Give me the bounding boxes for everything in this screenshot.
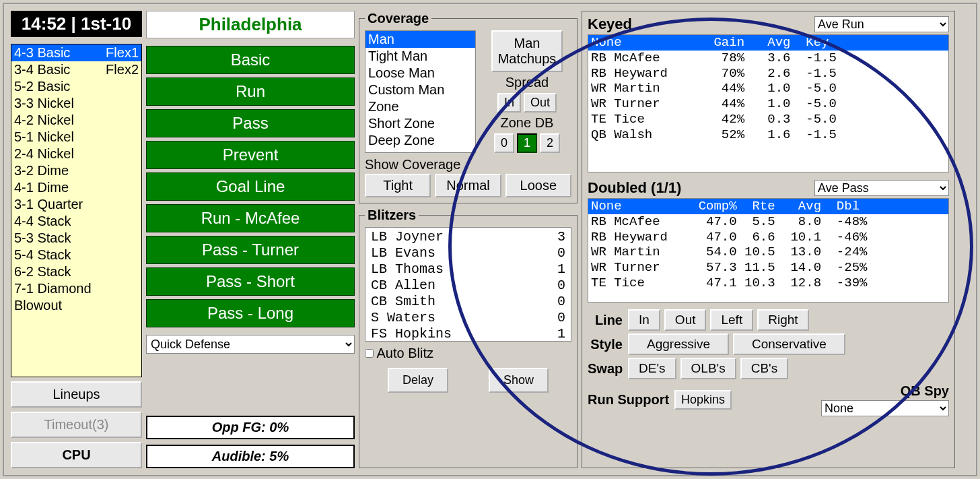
blitzer-row[interactable]: CB Smith0 xyxy=(367,294,569,310)
qbspy-select[interactable]: None xyxy=(821,400,949,416)
blitzer-row[interactable]: FS Hopkins1 xyxy=(367,326,569,342)
formation-row[interactable]: 4-2 Nickel xyxy=(11,112,141,129)
coverage-item[interactable]: Loose Man xyxy=(365,65,475,82)
formation-row[interactable]: 3-4 BasicFlex2 xyxy=(11,61,141,78)
coverage-item[interactable]: Tight Man xyxy=(365,48,475,65)
coverage-item[interactable]: Deep Zone xyxy=(365,132,475,149)
doubled-row[interactable]: WR Turner 57.3 11.5 14.0 -25% xyxy=(588,260,948,276)
blitzer-row[interactable]: S Waters0 xyxy=(367,310,569,326)
audible-status: Audible: 5% xyxy=(146,445,355,468)
quick-defense-select[interactable]: Quick Defense xyxy=(146,335,355,354)
run-support-button[interactable]: Hopkins xyxy=(674,390,732,410)
blitzer-row[interactable]: CB Allen0 xyxy=(367,278,569,294)
play-button[interactable]: Pass xyxy=(146,109,355,137)
formation-row[interactable]: 4-3 BasicFlex1 xyxy=(11,44,141,61)
coverage-list[interactable]: ManTight ManLoose ManCustom ManZoneShort… xyxy=(365,30,476,153)
play-button[interactable]: Basic xyxy=(146,46,355,74)
formation-row[interactable]: 6-2 Stack xyxy=(11,263,141,280)
spread-in-button[interactable]: In xyxy=(497,93,521,113)
showcov-normal-button[interactable]: Normal xyxy=(435,174,501,197)
coverage-item[interactable]: Zone xyxy=(365,98,475,115)
show-coverage-label: Show Coverage xyxy=(365,157,571,172)
blitzer-row[interactable]: LB Joyner3 xyxy=(367,229,569,245)
formation-row[interactable]: Blowout xyxy=(11,297,141,314)
swap-de-button[interactable]: DE's xyxy=(628,358,676,379)
play-button[interactable]: Pass - Turner xyxy=(146,236,355,264)
play-button[interactable]: Run - McAfee xyxy=(146,204,355,232)
doubled-row[interactable]: RB McAfee 47.0 5.5 8.0 -48% xyxy=(588,214,948,230)
play-button[interactable]: Goal Line xyxy=(146,172,355,201)
formation-row[interactable]: 3-3 Nickel xyxy=(11,95,141,112)
formation-row[interactable]: 4-1 Dime xyxy=(11,179,141,196)
formation-row[interactable]: 4-4 Stack xyxy=(11,213,141,230)
zonedb-button[interactable]: 1 xyxy=(517,133,537,153)
zonedb-button[interactable]: 2 xyxy=(540,133,560,153)
line-left-button[interactable]: Left xyxy=(710,309,753,331)
line-in-button[interactable]: In xyxy=(628,309,660,331)
formation-row[interactable]: 7-1 Diamond xyxy=(11,280,141,297)
blitz-show-button[interactable]: Show xyxy=(489,368,549,393)
doubled-row[interactable]: TE Tice 47.1 10.3 12.8 -39% xyxy=(588,276,948,291)
line-out-button[interactable]: Out xyxy=(664,309,707,331)
doubled-select[interactable]: Ave Pass xyxy=(814,180,949,196)
man-matchups-button[interactable]: ManMatchups xyxy=(491,30,563,72)
keyed-row[interactable]: RB Heyward 70% 2.6 -1.5 xyxy=(588,66,948,82)
doubled-row[interactable]: RB Heyward 47.0 6.6 10.1 -46% xyxy=(588,230,948,245)
formation-row[interactable]: 5-2 Basic xyxy=(11,78,141,95)
play-button[interactable]: Pass - Short xyxy=(146,267,355,296)
zonedb-label: Zone DB xyxy=(501,115,554,131)
coverage-item[interactable]: Custom Man xyxy=(365,82,475,98)
zonedb-button[interactable]: 0 xyxy=(494,133,514,153)
doubled-title: Doubled (1/1) xyxy=(588,179,681,197)
formation-row[interactable]: 5-4 Stack xyxy=(11,247,141,263)
coverage-item[interactable]: Man xyxy=(365,31,475,48)
auto-blitz-checkbox[interactable] xyxy=(365,349,374,358)
formation-row[interactable]: 3-1 Quarter xyxy=(11,196,141,213)
keyed-row[interactable]: WR Turner 44% 1.0 -5.0 xyxy=(588,96,948,112)
play-button[interactable]: Run xyxy=(146,77,355,106)
formation-list[interactable]: 4-3 BasicFlex13-4 BasicFlex25-2 Basic3-3… xyxy=(11,44,142,377)
qbspy-label: QB Spy xyxy=(821,383,949,399)
keyed-row[interactable]: TE Tice 42% 0.3 -5.0 xyxy=(588,112,948,127)
swap-cb-button[interactable]: CB's xyxy=(740,358,789,379)
blitz-delay-button[interactable]: Delay xyxy=(388,368,448,393)
formation-row[interactable]: 3-2 Dime xyxy=(11,162,141,179)
showcov-loose-button[interactable]: Loose xyxy=(505,174,571,197)
formation-row[interactable]: 5-3 Stack xyxy=(11,230,141,247)
doubled-row[interactable]: WR Martin 54.0 10.5 13.0 -24% xyxy=(588,245,948,260)
keyed-row[interactable]: RB McAfee 78% 3.6 -1.5 xyxy=(588,51,948,66)
keyed-row[interactable]: QB Walsh 52% 1.6 -1.5 xyxy=(588,127,948,143)
coverage-panel: Coverage ManTight ManLoose ManCustom Man… xyxy=(359,11,578,203)
clock-time: 14:52 xyxy=(22,13,67,34)
showcov-tight-button[interactable]: Tight xyxy=(365,174,431,197)
doubled-list[interactable]: None Comp% Rte Avg DblRB McAfee 47.0 5.5… xyxy=(588,198,949,302)
spread-out-button[interactable]: Out xyxy=(524,93,557,113)
formation-row[interactable]: 5-1 Nickel xyxy=(11,129,141,146)
coverage-item[interactable]: Short Zone xyxy=(365,115,475,132)
coverage-title: Coverage xyxy=(365,11,431,26)
timeout-button[interactable]: Timeout(3) xyxy=(11,412,142,438)
style-conservative-button[interactable]: Conservative xyxy=(733,333,845,355)
opp-fg-status: Opp FG: 0% xyxy=(146,416,355,439)
play-button[interactable]: Prevent xyxy=(146,141,355,169)
swap-label: Swap xyxy=(588,361,628,377)
keyed-row[interactable]: WR Martin 44% 1.0 -5.0 xyxy=(588,81,948,96)
run-support-label: Run Support xyxy=(588,392,669,408)
blitzer-list[interactable]: LB Joyner3LB Evans0LB Thomas1CB Allen0CB… xyxy=(365,227,571,342)
line-right-button[interactable]: Right xyxy=(757,309,808,331)
line-label: Line xyxy=(588,313,628,328)
right-panel: Keyed Ave Run None Gain Avg KeyRB McAfee… xyxy=(582,11,955,468)
clock-down: 1st-10 xyxy=(81,13,131,34)
lineups-button[interactable]: Lineups xyxy=(11,381,142,408)
play-button[interactable]: Pass - Long xyxy=(146,299,355,327)
blitzer-row[interactable]: LB Thomas1 xyxy=(367,261,569,278)
keyed-select[interactable]: Ave Run xyxy=(814,16,949,32)
blitzer-row[interactable]: LB Evans0 xyxy=(367,245,569,261)
formation-row[interactable]: 2-4 Nickel xyxy=(11,146,141,162)
swap-olb-button[interactable]: OLB's xyxy=(680,358,736,379)
style-aggressive-button[interactable]: Aggressive xyxy=(628,333,729,355)
spread-label: Spread xyxy=(505,75,549,90)
keyed-list[interactable]: None Gain Avg KeyRB McAfee 78% 3.6 -1.5R… xyxy=(588,34,949,172)
style-label: Style xyxy=(588,337,628,352)
cpu-button[interactable]: CPU xyxy=(11,442,142,468)
